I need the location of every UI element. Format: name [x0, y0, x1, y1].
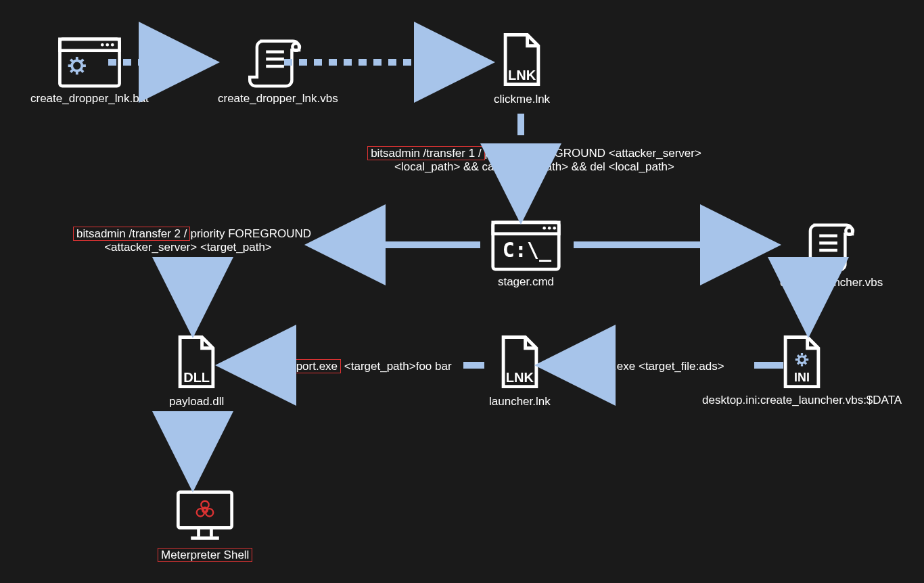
- arrows-layer: [0, 0, 924, 583]
